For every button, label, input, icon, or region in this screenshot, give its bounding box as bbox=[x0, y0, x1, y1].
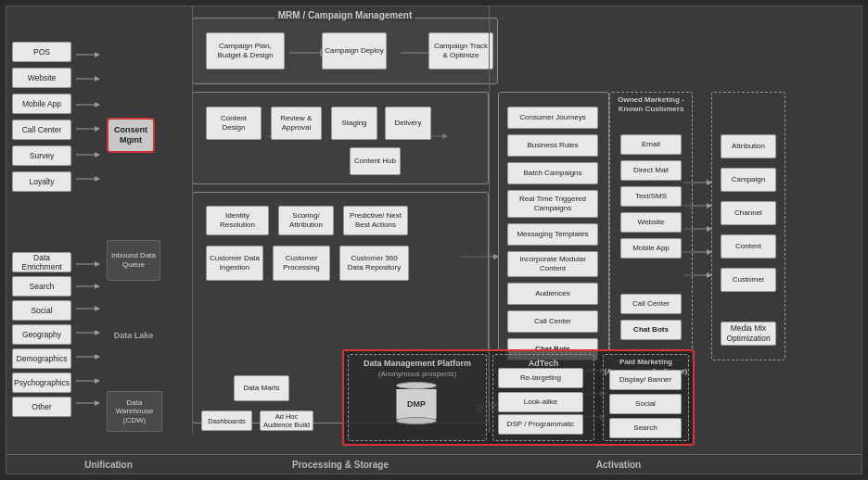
campaign-plan-box: Campaign Plan, Budget & Design bbox=[206, 32, 285, 69]
data-marts-box: Data Marts bbox=[234, 375, 289, 401]
social-src-box: Social bbox=[12, 300, 71, 321]
processing-label: Processing & Storage bbox=[192, 460, 489, 470]
media-mix-box: Media Mix Optimization bbox=[721, 322, 776, 346]
text-sms-box: Text/SMS bbox=[620, 186, 682, 207]
attribution-box: Attribution bbox=[721, 134, 776, 158]
identity-resolution-box: Identity Resolution bbox=[206, 206, 269, 235]
dmp-cylinder: DMP bbox=[396, 382, 437, 428]
business-rules-box: Business Rules bbox=[507, 134, 598, 157]
customer-processing-box: Customer Processing bbox=[273, 246, 330, 281]
content-hub-box: Content Hub bbox=[350, 147, 401, 175]
campaign-out-box: Campaign bbox=[721, 168, 776, 192]
lookalike-box: Look-alike bbox=[498, 392, 583, 412]
campaign-track-box: Campaign Track & Optimize bbox=[428, 32, 493, 69]
data-lake-label: Data Lake bbox=[107, 331, 160, 340]
mrm-title: MRM / Campaign Management bbox=[274, 9, 415, 21]
content-out-box: Content bbox=[721, 234, 776, 259]
unification-label: Unification bbox=[25, 460, 192, 470]
data-enrichment-box: Data Enrichment bbox=[12, 252, 71, 272]
loyalty-box: Loyalty bbox=[12, 171, 71, 192]
mobile-app-out-box: Mobile App bbox=[620, 238, 682, 259]
delivery-box: Delivery bbox=[385, 107, 431, 140]
search-src-box: Search bbox=[12, 276, 71, 297]
review-approval-box: Review & Approval bbox=[271, 107, 322, 140]
customer-out-box: Customer bbox=[721, 268, 776, 292]
dashboards-box: Dashboards bbox=[201, 411, 252, 431]
other-box: Other bbox=[12, 397, 71, 417]
pos-box: POS bbox=[12, 42, 71, 62]
email-box: Email bbox=[620, 134, 682, 155]
website-out-box: Website bbox=[620, 212, 682, 233]
campaign-deploy-box: Campaign Deploy bbox=[322, 32, 387, 69]
search-out-box: Search bbox=[609, 418, 682, 438]
call-center-out-box: Call Center bbox=[507, 310, 598, 333]
channel-box: Channel bbox=[721, 201, 776, 225]
inbound-data-queue-box: Inbound Data Queue bbox=[107, 240, 160, 281]
scoring-attribution-box: Scoring/ Attribution bbox=[278, 206, 334, 235]
owned-marketing-title: Owned Marketing - Known Customers bbox=[611, 95, 691, 115]
call-center-out2-box: Call Center bbox=[620, 294, 682, 314]
chat-bots-owned-box: Chat Bots bbox=[620, 320, 682, 340]
audiences-box: Audiences bbox=[507, 283, 598, 305]
left-divider bbox=[192, 6, 193, 433]
demographics-box: Demographics bbox=[12, 348, 71, 369]
right-divider bbox=[489, 6, 490, 433]
consent-mgmt-box: Consent Mgmt bbox=[107, 118, 155, 153]
incorporate-modular-box: Incorporate Modular Content bbox=[507, 251, 598, 277]
diagram: POS Website Mobile App Call Center Surve… bbox=[6, 6, 862, 474]
website-src-box: Website bbox=[12, 68, 71, 88]
mobile-app-src-box: Mobile App bbox=[12, 94, 71, 114]
call-center-src-box: Call Center bbox=[12, 120, 71, 140]
direct-mail-box: Direct Mail bbox=[620, 160, 682, 181]
ad-hoc-box: Ad Hoc Audience Build bbox=[260, 411, 313, 431]
main-container: POS Website Mobile App Call Center Surve… bbox=[0, 0, 868, 480]
consumer-journeys-box: Consumer Journeys bbox=[507, 107, 598, 129]
messaging-templates-box: Messaging Templates bbox=[507, 223, 598, 246]
predictive-box: Predictive/ Next Best Actions bbox=[343, 206, 408, 235]
bottom-divider bbox=[6, 454, 862, 455]
geography-box: Geography bbox=[12, 324, 71, 345]
customer-data-ingestion-box: Customer Data Ingestion bbox=[206, 246, 263, 281]
data-warehouse-box: Data Warehouse (CDW) bbox=[107, 391, 162, 432]
staging-box: Staging bbox=[331, 107, 377, 140]
social-out-box: Social bbox=[609, 394, 682, 414]
analytics-section bbox=[711, 92, 785, 360]
customer-360-box: Customer 360 Data Repository bbox=[339, 246, 409, 281]
dmp-label: Data Management Platform bbox=[349, 359, 486, 368]
retargeting-box: Re-targeting bbox=[498, 368, 583, 388]
dmp-sub: (Anonymous prospects) bbox=[349, 370, 486, 378]
adtech-label: AdTech bbox=[493, 359, 594, 368]
display-banner-box: Display/ Banner bbox=[609, 370, 682, 390]
survey-box: Survey bbox=[12, 145, 71, 166]
activation-label: Activation bbox=[489, 460, 748, 470]
dsp-box: DSP / Programmatic bbox=[498, 414, 583, 435]
content-design-box: Content Design bbox=[206, 107, 262, 140]
psychographics-box: Psychographics bbox=[12, 373, 71, 393]
real-time-box: Real Time Triggered Campaigns bbox=[507, 190, 598, 218]
batch-campaigns-box: Batch Campaigns bbox=[507, 162, 598, 184]
